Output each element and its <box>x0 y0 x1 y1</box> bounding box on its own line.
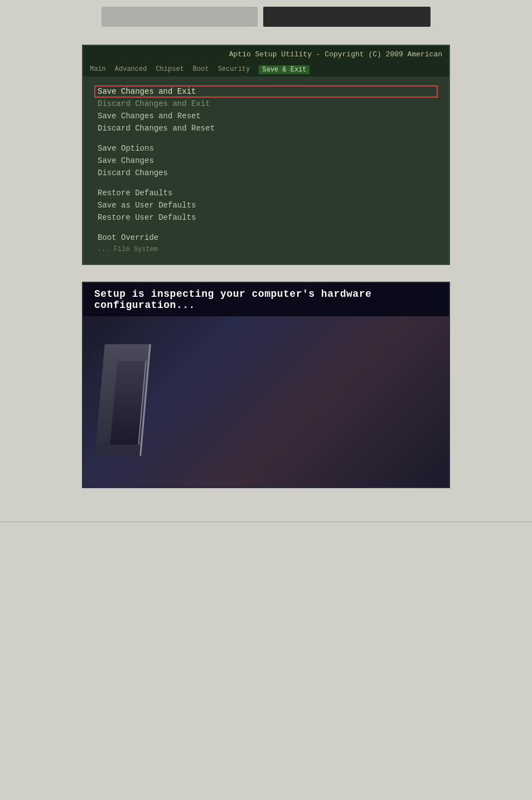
setup-header-text: Setup is inspecting your computer's hard… <box>94 288 438 311</box>
bios-menu-save-user-defaults[interactable]: Save as User Defaults <box>94 199 438 211</box>
bios-nav-chipset[interactable]: Chipset <box>156 65 183 74</box>
bios-nav-boot[interactable]: Boot <box>193 65 209 74</box>
setup-screenshot: Setup is inspecting your computer's hard… <box>82 282 450 488</box>
bios-nav-advanced[interactable]: Advanced <box>115 65 147 74</box>
bios-menu-discard-changes[interactable]: Discard Changes <box>94 167 438 179</box>
top-bar-right-block <box>263 7 431 27</box>
bios-menu-body: Save Changes and Exit Discard Changes an… <box>83 76 449 264</box>
bios-spacer-3 <box>94 224 438 232</box>
bios-menu-save-changes-exit[interactable]: Save Changes and Exit <box>94 85 438 98</box>
bios-spacer-1 <box>94 134 438 142</box>
bios-nav-save-exit[interactable]: Save & Exit <box>259 65 309 74</box>
bios-menu-discard-changes-exit[interactable]: Discard Changes and Exit <box>94 98 438 110</box>
bios-menu-save-changes-reset[interactable]: Save Changes and Reset <box>94 110 438 122</box>
bios-menu-save-changes[interactable]: Save Changes <box>94 155 438 167</box>
setup-body <box>83 316 449 487</box>
bios-menu-restore-defaults[interactable]: Restore Defaults <box>94 187 438 199</box>
bios-menu-boot-override[interactable]: Boot Override <box>94 232 438 244</box>
bios-menu-file-system[interactable]: ... File System <box>94 244 438 255</box>
top-bar <box>0 0 532 33</box>
bios-screenshot: Aptio Setup Utility - Copyright (C) 2009… <box>82 45 450 265</box>
footer-space <box>0 522 532 556</box>
bios-menu-save-options[interactable]: Save Options <box>94 142 438 155</box>
bios-spacer-2 <box>94 179 438 187</box>
page-content: Aptio Setup Utility - Copyright (C) 2009… <box>0 33 532 510</box>
bios-menu-discard-changes-reset[interactable]: Discard Changes and Reset <box>94 122 438 134</box>
bios-header-text: Aptio Setup Utility - Copyright (C) 2009… <box>229 50 442 59</box>
bios-nav-bar: Main Advanced Chipset Boot Security Save… <box>83 63 449 76</box>
bios-nav-main[interactable]: Main <box>90 65 106 74</box>
bios-nav-security[interactable]: Security <box>218 65 250 74</box>
bios-header: Aptio Setup Utility - Copyright (C) 2009… <box>83 46 449 63</box>
bios-menu-restore-user-defaults[interactable]: Restore User Defaults <box>94 211 438 224</box>
top-bar-left-block <box>101 7 258 27</box>
setup-header-bar: Setup is inspecting your computer's hard… <box>83 283 449 316</box>
